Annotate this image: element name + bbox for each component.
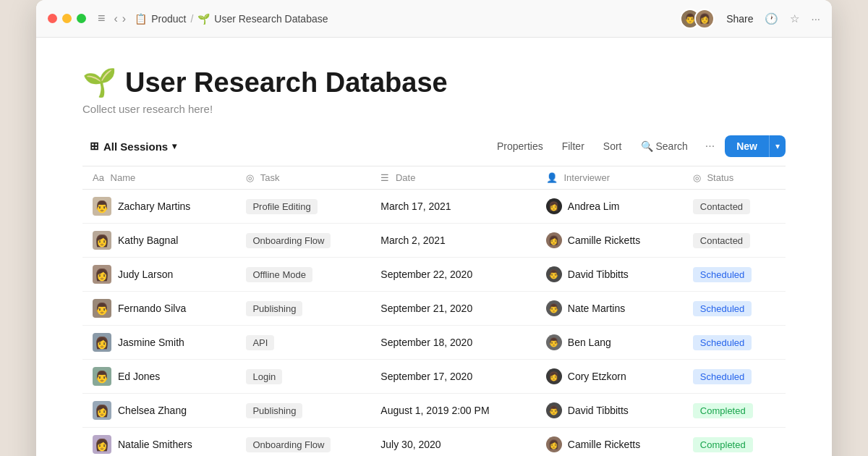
close-button[interactable]	[48, 14, 57, 23]
breadcrumb-product-label[interactable]: Product	[151, 13, 186, 25]
grid-icon: ⊞	[90, 140, 99, 153]
sort-button[interactable]: Sort	[596, 137, 629, 156]
table-body: 👨 Zachary Martins Profile EditingMarch 1…	[82, 190, 786, 457]
nav-arrows: ‹ ›	[114, 12, 127, 25]
view-label: All Sessions	[103, 140, 168, 153]
more-options-button[interactable]: ···	[699, 136, 720, 156]
task-cell: Onboarding Flow	[236, 428, 370, 457]
status-badge: Scheduled	[693, 335, 752, 350]
person-cell: 👩 Chelsea Zhang	[93, 401, 226, 420]
view-toggle-button[interactable]: ⊞ All Sessions ▾	[82, 136, 184, 156]
history-icon[interactable]: 🕐	[765, 12, 778, 25]
interviewer-name: Andrea Lim	[568, 200, 620, 212]
interviewer-col-icon: 👤	[546, 172, 558, 183]
share-button[interactable]: Share	[726, 13, 753, 25]
table-row[interactable]: 👩 Kathy Bagnal Onboarding FlowMarch 2, 2…	[82, 224, 786, 258]
name-cell: 👩 Jasmine Smith	[82, 326, 236, 360]
properties-button[interactable]: Properties	[490, 137, 550, 156]
col-date: ☰ Date	[370, 166, 535, 190]
breadcrumb-sep: /	[190, 13, 193, 25]
task-tag: Publishing	[246, 403, 302, 418]
interviewer-name: Cory Etzkorn	[568, 371, 626, 382]
task-tag: API	[246, 335, 274, 350]
person-cell: 👩 Kathy Bagnal	[93, 231, 226, 250]
name-cell: 👨 Ed Jones	[82, 360, 236, 394]
interviewer-name: Camille Ricketts	[568, 439, 640, 450]
status-badge: Contacted	[693, 199, 750, 214]
task-cell: Login	[236, 360, 370, 394]
page-content: 🌱 User Research Database Collect user re…	[36, 38, 832, 456]
task-cell: Offline Mode	[236, 258, 370, 292]
person-name: Jasmine Smith	[118, 337, 184, 348]
table-row[interactable]: 👨 Zachary Martins Profile EditingMarch 1…	[82, 190, 786, 224]
filter-button[interactable]: Filter	[555, 137, 592, 156]
date-cell: September 17, 2020	[370, 360, 535, 394]
breadcrumb-page-icon: 🌱	[197, 13, 210, 25]
task-tag: Profile Editing	[246, 199, 317, 214]
interviewer-avatar: 👩	[546, 198, 562, 214]
breadcrumb-page-label[interactable]: User Research Database	[214, 13, 328, 25]
traffic-lights	[48, 14, 86, 23]
interviewer-cell: 👨 David Tibbitts	[536, 258, 683, 292]
person-name: Chelsea Zhang	[118, 405, 187, 416]
more-icon[interactable]: ···	[811, 12, 820, 25]
app-window: ≡ ‹ › 📋 Product / 🌱 User Research Databa…	[36, 0, 832, 456]
interviewer-name: Ben Lang	[568, 337, 611, 348]
person-name: Judy Larson	[118, 269, 173, 280]
star-icon[interactable]: ☆	[790, 12, 799, 25]
interviewer-info: 👩 Cory Etzkorn	[546, 368, 673, 384]
task-tag: Onboarding Flow	[246, 437, 331, 452]
date-cell: July 30, 2020	[370, 428, 535, 457]
col-name: Aa Name	[82, 166, 236, 190]
status-cell: Scheduled	[683, 326, 786, 360]
task-col-icon: ◎	[246, 172, 254, 183]
person-avatar: 👨	[93, 367, 111, 386]
interviewer-info: 👨 David Tibbitts	[546, 402, 673, 418]
table-row[interactable]: 👩 Chelsea Zhang PublishingAugust 1, 2019…	[82, 394, 786, 428]
date-cell: March 17, 2021	[370, 190, 535, 224]
person-avatar: 👩	[93, 333, 111, 352]
database-toolbar: ⊞ All Sessions ▾ Properties Filter Sort …	[82, 135, 786, 157]
status-badge: Completed	[693, 437, 753, 452]
interviewer-cell: 👩 Andrea Lim	[536, 190, 683, 224]
table-row[interactable]: 👨 Fernando Silva PublishingSeptember 21,…	[82, 292, 786, 326]
database-table: Aa Name ◎ Task ☰ Date 👤 Interviewer	[82, 166, 786, 456]
person-avatar: 👨	[93, 197, 111, 216]
table-row[interactable]: 👩 Judy Larson Offline ModeSeptember 22, …	[82, 258, 786, 292]
table-row[interactable]: 👨 Ed Jones LoginSeptember 17, 2020 👩 Cor…	[82, 360, 786, 394]
status-cell: Scheduled	[683, 360, 786, 394]
person-cell: 👨 Zachary Martins	[93, 197, 226, 216]
status-cell: Completed	[683, 428, 786, 457]
interviewer-avatar: 👩	[546, 436, 562, 452]
name-col-icon: Aa	[93, 172, 104, 183]
forward-button[interactable]: ›	[122, 12, 126, 25]
new-button[interactable]: New	[725, 135, 769, 157]
menu-icon[interactable]: ≡	[98, 11, 106, 26]
date-cell: March 2, 2021	[370, 224, 535, 258]
person-cell: 👩 Natalie Smithers	[93, 435, 226, 454]
back-button[interactable]: ‹	[114, 12, 118, 25]
table-row[interactable]: 👩 Natalie Smithers Onboarding FlowJuly 3…	[82, 428, 786, 457]
avatar-2: 👩	[694, 9, 715, 29]
person-avatar: 👩	[93, 401, 111, 420]
interviewer-cell: 👨 Ben Lang	[536, 326, 683, 360]
new-button-group: New ▾	[725, 135, 786, 157]
person-name: Fernando Silva	[118, 303, 186, 314]
interviewer-info: 👩 Andrea Lim	[546, 198, 673, 214]
interviewer-name: Camille Ricketts	[568, 235, 640, 246]
interviewer-avatar: 👩	[546, 368, 562, 384]
minimize-button[interactable]	[62, 14, 72, 23]
interviewer-info: 👩 Camille Ricketts	[546, 232, 673, 248]
interviewer-cell: 👩 Cory Etzkorn	[536, 360, 683, 394]
table-row[interactable]: 👩 Jasmine Smith APISeptember 18, 2020 👨 …	[82, 326, 786, 360]
task-cell: Onboarding Flow	[236, 224, 370, 258]
new-dropdown-button[interactable]: ▾	[769, 135, 786, 157]
interviewer-info: 👩 Camille Ricketts	[546, 436, 673, 452]
interviewer-avatar: 👨	[546, 402, 562, 418]
search-button[interactable]: 🔍 Search	[634, 137, 695, 156]
col-interviewer: 👤 Interviewer	[536, 166, 683, 190]
task-cell: Publishing	[236, 394, 370, 428]
maximize-button[interactable]	[77, 14, 86, 23]
interviewer-name: David Tibbitts	[568, 405, 629, 416]
interviewer-name: David Tibbitts	[568, 269, 629, 280]
